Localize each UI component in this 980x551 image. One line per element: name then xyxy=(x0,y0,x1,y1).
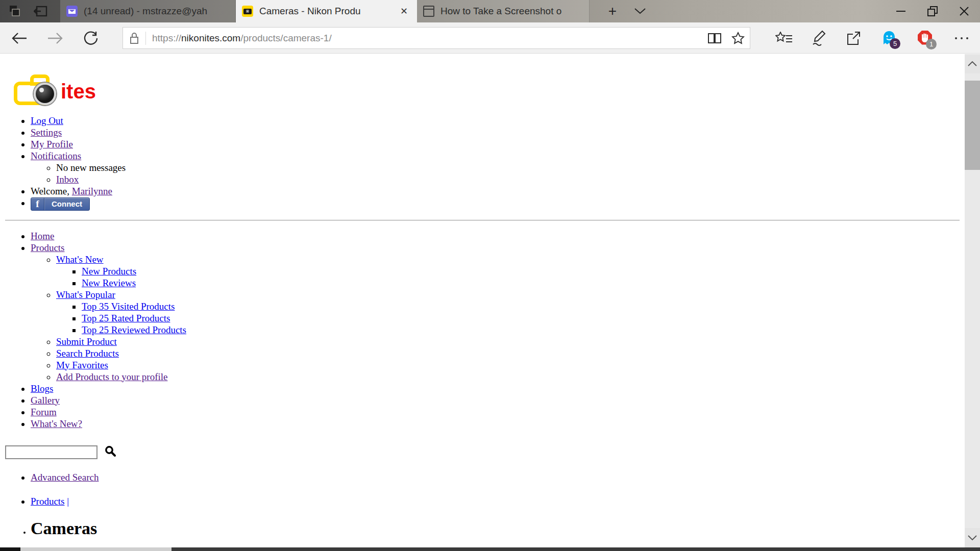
bottom-edge-bar xyxy=(0,547,980,551)
list-item: Top 35 Visited Products xyxy=(82,300,965,312)
forum-link[interactable]: Forum xyxy=(31,407,57,417)
lock-icon xyxy=(123,32,145,44)
url-scheme: https:// xyxy=(152,33,181,43)
tab-tools xyxy=(0,0,60,22)
list-item: Inbox xyxy=(56,173,965,185)
list-item: Blogs xyxy=(31,383,965,394)
list-item: Search Products xyxy=(56,347,965,359)
tab-title: (14 unread) - mstrazze@yah xyxy=(84,6,229,17)
no-new-messages-text: No new messages xyxy=(56,162,126,173)
tab-screenshot[interactable]: How to Take a Screenshot o xyxy=(417,0,590,22)
camera-logo-lens-icon xyxy=(34,83,56,105)
list-item: What's New? xyxy=(31,418,965,430)
list-item: My Profile xyxy=(31,138,965,150)
url-box[interactable]: https://nikonites.com/products/cameras-1… xyxy=(122,27,750,49)
top-reviewed-link[interactable]: Top 25 Reviewed Products xyxy=(82,324,186,335)
list-item: fConnect xyxy=(31,197,965,211)
whats-popular-link[interactable]: What's Popular xyxy=(56,289,115,300)
search-input[interactable] xyxy=(5,445,97,459)
list-item: Top 25 Reviewed Products xyxy=(82,324,965,336)
scroll-down-button[interactable] xyxy=(965,528,980,547)
top-rated-link[interactable]: Top 25 Rated Products xyxy=(82,313,170,323)
url-domain: nikonites.com xyxy=(181,33,240,43)
list-item: New Reviews xyxy=(82,277,965,289)
log-out-link[interactable]: Log Out xyxy=(31,115,63,126)
add-favorite-star-icon[interactable] xyxy=(726,28,750,48)
notifications-link[interactable]: Notifications xyxy=(31,151,81,161)
list-item: What's Popular Top 35 Visited Products T… xyxy=(56,289,965,336)
ghostery-extension-button[interactable]: 5 xyxy=(875,22,903,54)
facebook-connect-button[interactable]: fConnect xyxy=(31,197,90,211)
facebook-connect-label: Connect xyxy=(44,198,89,210)
minimize-button[interactable] xyxy=(885,0,917,22)
whats-new-link[interactable]: What's New xyxy=(56,254,104,265)
my-favorites-link[interactable]: My Favorites xyxy=(56,360,108,370)
main-menu: Home Products What's New New Products Ne… xyxy=(5,230,965,430)
user-menu: Log Out Settings My Profile Notification… xyxy=(5,115,965,211)
list-item: Notifications No new messages Inbox xyxy=(31,150,965,185)
breadcrumb-separator: | xyxy=(67,496,69,507)
home-link[interactable]: Home xyxy=(31,231,54,241)
search-form xyxy=(5,445,965,459)
new-reviews-link[interactable]: New Reviews xyxy=(82,278,136,288)
list-item: Top 25 Rated Products xyxy=(82,312,965,324)
list-item: Products | xyxy=(31,495,965,507)
logo-text: ites xyxy=(61,80,96,103)
yahoo-mail-icon xyxy=(66,6,78,17)
search-products-link[interactable]: Search Products xyxy=(56,348,119,359)
list-item: New Products xyxy=(82,265,965,277)
list-item: Home xyxy=(31,230,965,242)
settings-link[interactable]: Settings xyxy=(31,127,62,138)
list-item: Welcome, Marilynne xyxy=(31,185,965,197)
search-icon[interactable] xyxy=(105,445,116,459)
tab-cameras-active[interactable]: Cameras - Nikon Produ ✕ xyxy=(236,0,417,22)
share-icon[interactable] xyxy=(839,22,868,54)
new-products-link[interactable]: New Products xyxy=(82,266,136,277)
scrollbar-thumb[interactable] xyxy=(965,81,980,170)
list-item: No new messages xyxy=(56,162,965,173)
new-tab-button[interactable]: + xyxy=(603,2,622,20)
facebook-f-icon: f xyxy=(31,198,44,210)
list-item: Gallery xyxy=(31,394,965,406)
tab-mail[interactable]: (14 unread) - mstrazze@yah xyxy=(60,0,236,22)
submit-product-link[interactable]: Submit Product xyxy=(56,336,117,347)
web-note-pen-icon[interactable] xyxy=(804,22,833,54)
list-item: Forum xyxy=(31,406,965,418)
add-products-link[interactable]: Add Products to your profile xyxy=(56,371,167,382)
url-separator xyxy=(145,32,146,45)
hub-favorites-icon[interactable] xyxy=(770,22,798,54)
reading-view-icon[interactable] xyxy=(703,28,726,48)
tabs-set-aside-icon[interactable] xyxy=(8,5,21,18)
tab-close-icon[interactable]: ✕ xyxy=(397,5,411,18)
gallery-link[interactable]: Gallery xyxy=(31,395,60,406)
content-blocker-extension-button[interactable]: 1 xyxy=(911,22,939,54)
list-item: Cameras xyxy=(31,519,965,538)
top-visited-link[interactable]: Top 35 Visited Products xyxy=(82,301,175,312)
username-link[interactable]: Marilynne xyxy=(72,186,112,196)
vertical-scrollbar[interactable] xyxy=(965,54,980,547)
tab-preview-chevron-icon[interactable] xyxy=(631,2,649,20)
address-bar: https://nikonites.com/products/cameras-1… xyxy=(0,22,980,54)
my-profile-link[interactable]: My Profile xyxy=(31,139,73,149)
settings-more-icon[interactable] xyxy=(947,22,976,54)
refresh-button[interactable] xyxy=(76,22,106,54)
breadcrumb-products-link[interactable]: Products xyxy=(31,496,65,507)
products-link[interactable]: Products xyxy=(31,242,65,253)
tab-title: How to Take a Screenshot o xyxy=(440,6,583,17)
page-content: ites Log Out Settings My Profile Notific… xyxy=(0,54,965,547)
scroll-up-button[interactable] xyxy=(965,54,980,73)
blogs-link[interactable]: Blogs xyxy=(31,383,53,394)
forward-button[interactable] xyxy=(40,22,70,54)
url-path: /products/cameras-1/ xyxy=(240,33,331,43)
advanced-search-list: Advanced Search xyxy=(5,471,965,483)
site-logo[interactable]: ites xyxy=(14,74,116,106)
back-button[interactable] xyxy=(4,22,35,54)
restore-button[interactable] xyxy=(917,0,948,22)
whats-new-q-link[interactable]: What's New? xyxy=(31,418,82,429)
close-window-button[interactable] xyxy=(948,0,980,22)
set-tabs-aside-icon[interactable] xyxy=(34,5,48,17)
horizontal-scroll-thumb[interactable] xyxy=(20,547,172,551)
url-text[interactable]: https://nikonites.com/products/cameras-1… xyxy=(152,33,703,44)
inbox-link[interactable]: Inbox xyxy=(56,174,79,185)
advanced-search-link[interactable]: Advanced Search xyxy=(31,472,99,483)
